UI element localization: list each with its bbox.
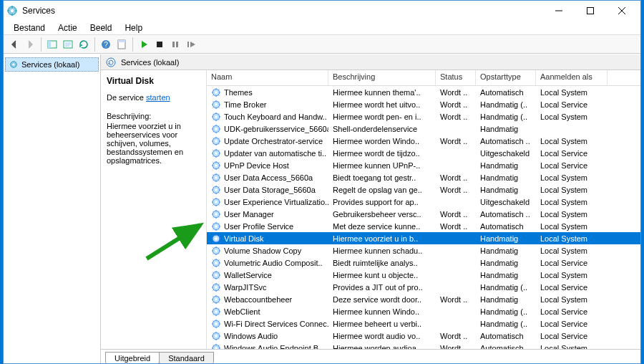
service-row[interactable]: User Experience Virtualizatio..Provides … <box>207 196 640 208</box>
tab-standaard[interactable]: Standaard <box>159 352 214 363</box>
description-text: Hiermee voorziet u in beheerservices voo… <box>107 122 199 165</box>
col-status[interactable]: Status <box>436 70 476 85</box>
service-startup: Handmatig <box>476 186 536 194</box>
service-icon <box>211 319 221 329</box>
service-row[interactable]: Windows Audio Endpoint B..Hiermee worden… <box>207 342 640 349</box>
service-startup: Handmatig <box>476 295 536 304</box>
menu-bestand[interactable]: Bestand <box>8 21 51 34</box>
service-desc: Hiermee worden Windo.. <box>328 137 436 145</box>
service-row[interactable]: WalletServiceHiermee kunt u objecte..Han… <box>207 269 640 281</box>
service-row[interactable]: User ManagerGebruikersbeheer versc..Word… <box>207 208 640 220</box>
menu-help[interactable]: Help <box>119 21 148 34</box>
forward-button[interactable] <box>22 37 38 52</box>
svg-point-28 <box>215 152 218 155</box>
service-status: Wordt .. <box>436 173 476 182</box>
service-desc: Met deze service kunne.. <box>328 222 436 231</box>
service-row[interactable]: Touch Keyboard and Handw..Hiermee wordt … <box>207 110 640 123</box>
service-row[interactable]: WebClientHiermee kunnen Windo..Handmatig… <box>207 305 640 317</box>
service-icon <box>211 221 221 231</box>
service-row[interactable]: Volumetric Audio Composit..Biedt ruimtel… <box>207 257 640 269</box>
pause-service-button[interactable] <box>167 37 183 52</box>
restart-service-button[interactable] <box>183 37 199 52</box>
service-row[interactable]: Virtual DiskHiermee voorziet u in b..Han… <box>207 232 640 244</box>
service-status: Wordt .. <box>436 332 476 340</box>
service-row[interactable]: User Data Storage_5660aRegelt de opslag … <box>207 183 640 196</box>
service-row[interactable]: Wi-Fi Direct Services Connec..Hiermee be… <box>207 317 640 330</box>
service-row[interactable]: Updater van automatische ti..Hiermee wor… <box>207 147 640 159</box>
service-row[interactable]: UDK-gebruikersservice_5660aShell-onderde… <box>207 123 640 135</box>
service-row[interactable]: Windows AudioHiermee wordt audio vo..Wor… <box>207 330 640 342</box>
service-icon <box>211 185 221 195</box>
svg-text:?: ? <box>104 41 108 49</box>
export-list-button[interactable] <box>60 37 76 52</box>
service-row[interactable]: Update Orchestrator-serviceHiermee worde… <box>207 135 640 147</box>
service-desc: Hiermee wordt audio vo.. <box>328 332 436 340</box>
service-startup: Automatisch <box>476 222 536 231</box>
service-row[interactable]: WebaccountbeheerDeze service wordt door.… <box>207 293 640 305</box>
help-button[interactable]: ? <box>98 37 114 52</box>
service-icon <box>211 270 221 280</box>
tab-uitgebreid[interactable]: Uitgebreid <box>105 352 160 363</box>
start-link[interactable]: starten <box>146 93 170 102</box>
service-row[interactable]: UPnP Device HostHiermee kunnen UPnP-..Ha… <box>207 159 640 171</box>
service-desc: Hiermee kunnen Windo.. <box>328 307 436 316</box>
show-hide-tree-button[interactable] <box>44 37 60 52</box>
stop-service-button[interactable] <box>152 37 167 52</box>
maximize-button[interactable] <box>575 1 606 21</box>
service-desc: Hiermee kunnen schadu.. <box>328 246 436 255</box>
service-name: Updater van automatische ti.. <box>224 149 326 158</box>
service-icon <box>211 209 221 219</box>
service-name: WebClient <box>224 307 260 316</box>
nav-tree: Services (lokaal) <box>4 54 101 363</box>
service-row[interactable]: Time BrokerHiermee wordt het uitvo..Word… <box>207 98 640 110</box>
service-icon <box>211 234 221 244</box>
col-name[interactable]: Naam <box>207 70 328 85</box>
service-row[interactable]: User Profile ServiceMet deze service kun… <box>207 220 640 232</box>
service-icon <box>211 258 221 268</box>
service-icon <box>211 100 221 110</box>
col-description[interactable]: Beschrijving <box>328 70 436 85</box>
close-button[interactable] <box>606 1 638 21</box>
service-status: Wordt .. <box>436 112 476 121</box>
service-status: Wordt .. <box>436 100 476 109</box>
service-logon: Local Service <box>536 161 608 170</box>
service-status: Wordt .. <box>436 88 476 97</box>
service-icon <box>211 282 221 292</box>
service-logon: Local System <box>536 271 608 279</box>
service-status: Wordt .. <box>436 137 476 145</box>
svg-rect-4 <box>48 41 51 48</box>
nav-services-local[interactable]: Services (lokaal) <box>5 57 99 72</box>
service-icon <box>211 87 221 97</box>
refresh-button[interactable] <box>76 37 92 52</box>
svg-rect-13 <box>187 42 189 47</box>
service-logon: Local Service <box>536 307 608 316</box>
properties-button[interactable] <box>114 37 130 52</box>
menu-actie[interactable]: Actie <box>52 21 83 34</box>
service-row[interactable]: Volume Shadow CopyHiermee kunnen schadu.… <box>207 244 640 257</box>
service-startup: Automatisch <box>476 344 536 350</box>
back-button[interactable] <box>6 37 22 52</box>
svg-rect-2 <box>587 8 594 14</box>
titlebar: Services <box>4 1 640 21</box>
service-desc: Hiermee kunnen UPnP-.. <box>328 161 436 170</box>
window-controls <box>543 1 638 21</box>
service-startup: Uitgeschakeld <box>476 198 536 206</box>
service-startup: Uitgeschakeld <box>476 149 536 158</box>
col-logon[interactable]: Aanmelden als <box>536 70 608 85</box>
menu-beeld[interactable]: Beeld <box>84 21 118 34</box>
service-row[interactable]: User Data Access_5660aBiedt toegang tot … <box>207 171 640 183</box>
app-icon <box>6 5 18 16</box>
service-name: User Data Access_5660a <box>224 173 313 182</box>
service-row[interactable]: WarpJITSvcProvides a JIT out of pro..Han… <box>207 281 640 293</box>
col-startup[interactable]: Opstarttype <box>476 70 536 85</box>
service-list[interactable]: ThemesHiermee kunnen thema'..Wordt ..Aut… <box>207 86 640 349</box>
minimize-button[interactable] <box>543 1 575 21</box>
service-icon <box>211 112 221 122</box>
service-status: Wordt .. <box>436 222 476 231</box>
service-row[interactable]: ThemesHiermee kunnen thema'..Wordt ..Aut… <box>207 86 640 98</box>
refresh-icon[interactable] <box>105 57 117 68</box>
service-desc: Regelt de opslag van ge.. <box>328 186 436 194</box>
svg-point-16 <box>107 58 115 67</box>
separator <box>94 37 95 52</box>
start-service-button[interactable] <box>136 37 152 52</box>
